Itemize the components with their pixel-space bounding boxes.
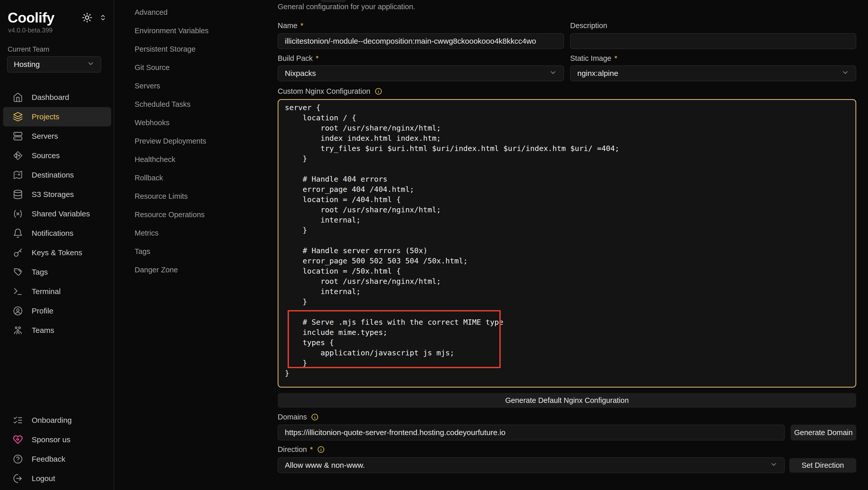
home-icon (13, 92, 23, 102)
tags-icon (13, 267, 23, 277)
settings-nav-tags[interactable]: Tags (135, 242, 268, 261)
chevron-down-icon (770, 461, 778, 470)
git-source-icon (13, 151, 23, 161)
database-icon (13, 189, 23, 200)
sidebar-item-shared-variables[interactable]: Shared Variables (0, 204, 114, 223)
domains-input[interactable]: https://illicitonion-quote-server-fronte… (278, 425, 785, 440)
sidebar: Coolify v4.0.0-beta.399 Current Team Hos… (0, 0, 114, 490)
static-image-select[interactable]: nginx:alpine (570, 65, 856, 81)
team-select[interactable]: Hosting (7, 56, 101, 72)
logout-icon (13, 473, 23, 484)
variable-icon (13, 209, 23, 219)
sidebar-item-feedback[interactable]: Feedback (0, 449, 114, 469)
chevron-down-icon (87, 60, 94, 69)
name-label: Name * (278, 22, 304, 30)
settings-nav-servers[interactable]: Servers (135, 76, 268, 95)
sidebar-item-sponsor-us[interactable]: Sponsor us (0, 430, 114, 449)
sidebar-item-teams[interactable]: Teams (0, 320, 114, 340)
settings-nav-healthcheck[interactable]: Healthcheck (135, 150, 268, 169)
build-pack-label: Build Pack * (278, 54, 318, 63)
set-direction-button[interactable]: Set Direction (789, 458, 856, 472)
sidebar-item-sources[interactable]: Sources (0, 146, 114, 165)
sidebar-item-tags[interactable]: Tags (0, 263, 114, 282)
generate-default-nginx-button[interactable]: Generate Default Nginx Configuration (278, 393, 856, 408)
sidebar-footer: Onboarding Sponsor us Feedback Logout (0, 410, 114, 488)
domains-label: Domains (278, 413, 319, 421)
sidebar-item-logout[interactable]: Logout (0, 469, 114, 488)
settings-nav-metrics[interactable]: Metrics (135, 224, 268, 242)
user-circle-icon (13, 306, 23, 316)
info-icon[interactable] (374, 87, 382, 95)
nginx-config-textarea[interactable]: server { location / { root /usr/share/ng… (278, 99, 856, 388)
sidebar-item-dashboard[interactable]: Dashboard (0, 88, 114, 107)
sidebar-item-onboarding[interactable]: Onboarding (0, 410, 114, 430)
sidebar-item-servers[interactable]: Servers (0, 126, 114, 146)
sidebar-item-projects[interactable]: Projects (3, 107, 111, 126)
direction-label: Direction * (278, 445, 325, 454)
info-icon[interactable] (311, 413, 319, 421)
build-pack-select[interactable]: Nixpacks (278, 65, 564, 81)
info-icon[interactable] (317, 446, 325, 454)
settings-nav-advanced[interactable]: Advanced (135, 3, 268, 22)
settings-nav-danger-zone[interactable]: Danger Zone (135, 261, 268, 279)
help-circle-icon (13, 454, 23, 464)
generate-domain-button[interactable]: Generate Domain (790, 425, 856, 440)
description-input[interactable] (570, 33, 856, 49)
coolify-app: Coolify v4.0.0-beta.399 Current Team Hos… (0, 0, 868, 490)
required-marker: * (316, 54, 318, 63)
required-marker: * (614, 54, 617, 63)
direction-select[interactable]: Allow www & non-www. (278, 457, 785, 473)
settings-nav-persistent-storage[interactable]: Persistent Storage (135, 40, 268, 58)
sidebar-item-destinations[interactable]: Destinations (0, 165, 114, 185)
heart-icon (13, 434, 23, 445)
app-logo: Coolify (8, 9, 54, 26)
page-subtitle: General configuration for your applicati… (278, 3, 415, 11)
theme-sun-icon[interactable] (81, 12, 93, 25)
nginx-config-label: Custom Nginx Configuration (278, 87, 382, 96)
settings-nav-environment-variables[interactable]: Environment Variables (135, 22, 268, 40)
map-icon (13, 170, 23, 180)
settings-nav-git-source[interactable]: Git Source (135, 58, 268, 76)
required-marker: * (301, 22, 303, 30)
settings-nav-webhooks[interactable]: Webhooks (135, 114, 268, 132)
chevrons-up-down-icon[interactable] (99, 13, 107, 23)
static-image-label: Static Image * (570, 54, 617, 63)
settings-nav-resource-limits[interactable]: Resource Limits (135, 187, 268, 205)
sidebar-item-terminal[interactable]: Terminal (0, 282, 114, 301)
app-version: v4.0.0-beta.399 (8, 27, 53, 34)
settings-nav: Advanced Environment Variables Persisten… (135, 3, 268, 279)
sidebar-item-notifications[interactable]: Notifications (0, 223, 114, 243)
list-checks-icon (13, 415, 23, 425)
server-icon (13, 131, 23, 141)
annotation-red-box (288, 310, 501, 368)
sidebar-nav: Dashboard Projects Servers Sources Desti… (0, 88, 114, 340)
settings-nav-resource-operations[interactable]: Resource Operations (135, 205, 268, 224)
layers-icon (13, 112, 23, 122)
chevron-down-icon (549, 69, 557, 78)
description-label: Description (570, 22, 607, 30)
settings-nav-rollback[interactable]: Rollback (135, 169, 268, 187)
required-marker: * (310, 445, 313, 454)
sidebar-item-keys-tokens[interactable]: Keys & Tokens (0, 243, 114, 263)
sidebar-item-profile[interactable]: Profile (0, 301, 114, 320)
current-team-label: Current Team (8, 45, 49, 53)
settings-nav-preview-deployments[interactable]: Preview Deployments (135, 132, 268, 150)
settings-nav-scheduled-tasks[interactable]: Scheduled Tasks (135, 95, 268, 114)
users-icon (13, 325, 23, 335)
bell-icon (13, 228, 23, 238)
chevron-down-icon (841, 69, 849, 78)
terminal-icon (13, 286, 23, 297)
sidebar-item-s3-storages[interactable]: S3 Storages (0, 185, 114, 204)
scrolled-button-sliver (321, 0, 346, 2)
key-icon (13, 248, 23, 258)
team-select-value: Hosting (14, 60, 40, 69)
name-input[interactable]: illicitestonion/-module--decomposition:m… (278, 33, 564, 49)
